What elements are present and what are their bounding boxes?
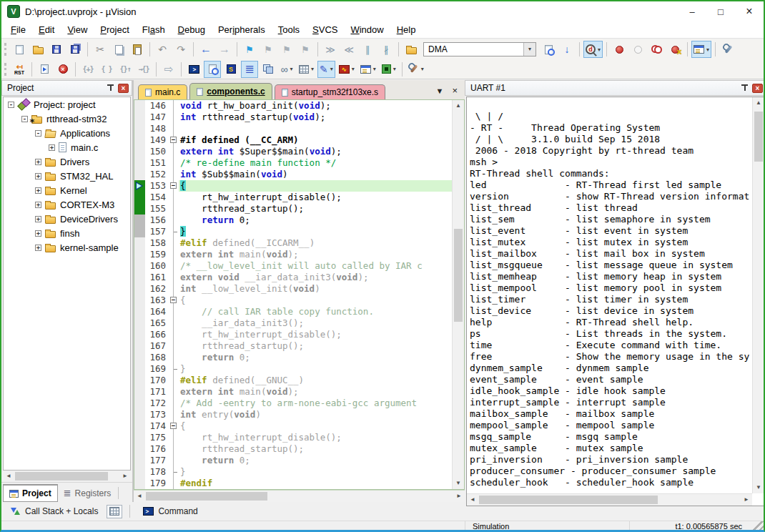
expand-icon[interactable]: + xyxy=(35,245,41,251)
uncomment-button[interactable]: ∦ xyxy=(377,41,395,58)
save-button[interactable] xyxy=(48,41,65,58)
tab-list-dropdown-icon[interactable]: ▼ xyxy=(436,87,444,95)
collapse-icon[interactable]: - xyxy=(21,116,28,122)
tree-item-main-c[interactable]: +main.c xyxy=(4,140,130,154)
reset-cpu-button[interactable]: RST xyxy=(11,61,28,78)
fold-collapse-icon[interactable]: − xyxy=(170,137,177,143)
stop-debug-button[interactable]: × xyxy=(54,61,71,78)
undo-button[interactable]: ↶ xyxy=(154,41,171,58)
project-close-icon[interactable]: × xyxy=(118,84,129,93)
symbol-window-button[interactable]: S xyxy=(222,61,240,78)
fold-collapse-icon[interactable]: − xyxy=(170,297,177,303)
expand-icon[interactable]: + xyxy=(35,230,41,237)
maximize-button[interactable]: □ xyxy=(706,1,735,21)
analysis-windows-button[interactable]: ∿▾ xyxy=(337,61,357,78)
editor-hscrollbar[interactable]: ◄ ► xyxy=(134,490,465,502)
comment-button[interactable]: ∥ xyxy=(359,41,376,58)
scroll-up-arrow[interactable]: ▲ xyxy=(753,97,764,109)
tree-item-drivers[interactable]: +Drivers xyxy=(4,154,130,169)
find-button[interactable] xyxy=(540,41,557,58)
uart-close-icon[interactable]: × xyxy=(752,84,763,93)
expand-icon[interactable]: + xyxy=(35,159,41,165)
menu-file[interactable]: File xyxy=(4,22,32,37)
scroll-right-arrow[interactable]: ► xyxy=(741,494,752,506)
paste-button[interactable] xyxy=(129,41,146,58)
window-layout-button[interactable]: ▾ xyxy=(691,41,711,58)
scroll-up-arrow[interactable]: ▲ xyxy=(453,100,464,112)
scroll-left-arrow[interactable]: ◄ xyxy=(467,494,478,506)
menu-view[interactable]: View xyxy=(61,22,94,37)
uart-hscrollbar[interactable]: ◄ ► xyxy=(467,493,752,506)
find-in-files-button[interactable] xyxy=(403,41,420,58)
scroll-thumb[interactable] xyxy=(479,496,658,504)
pin-icon[interactable] xyxy=(107,84,114,92)
run-to-cursor-button[interactable]: →{} xyxy=(135,61,152,78)
tab-call-stack-locals[interactable]: Call Stack + Locals xyxy=(4,504,104,518)
menu-tools[interactable]: Tools xyxy=(272,22,306,37)
highlight-search-button[interactable]: d▾ xyxy=(583,41,603,58)
system-viewer-button[interactable]: ▾ xyxy=(358,61,378,78)
step-out-button[interactable]: {}↑ xyxy=(117,61,134,78)
menu-edit[interactable]: Edit xyxy=(32,22,61,37)
menu-debug[interactable]: Debug xyxy=(172,22,212,37)
editor-tab-components-c[interactable]: components.c xyxy=(189,83,272,99)
disassembly-window-button[interactable] xyxy=(204,61,221,78)
uart-console[interactable]: \ | / - RT - Thread Operating System / |… xyxy=(466,97,765,506)
expand-icon[interactable]: + xyxy=(35,173,41,179)
project-hscrollbar[interactable]: ◄ ► xyxy=(3,471,131,482)
menu-window[interactable]: Window xyxy=(344,22,390,37)
scroll-thumb[interactable] xyxy=(146,492,267,501)
tab-project[interactable]: Project xyxy=(3,484,58,502)
window-layout-dropdown-icon[interactable]: ▾ xyxy=(706,46,709,53)
debug-tools-dropdown-icon[interactable]: ▾ xyxy=(421,66,424,72)
scroll-left-arrow[interactable]: ◄ xyxy=(3,471,14,482)
disable-breakpoint-button[interactable] xyxy=(629,41,646,58)
highlight-search-dropdown-icon[interactable]: ▾ xyxy=(598,46,601,53)
fold-collapse-icon[interactable]: − xyxy=(170,182,177,189)
debug-tools-button[interactable]: ▾ xyxy=(406,61,426,78)
menu-flash[interactable]: Flash xyxy=(136,22,172,37)
next-bookmark-button[interactable]: ⚑ xyxy=(278,41,295,58)
search-combobox[interactable]: DMA▾ xyxy=(423,42,536,56)
memory-window-dropdown-icon[interactable]: ▾ xyxy=(311,66,314,72)
enable-all-breakpoints-button[interactable] xyxy=(648,41,665,58)
scroll-right-arrow[interactable]: ► xyxy=(119,471,131,482)
expand-icon[interactable]: + xyxy=(35,187,41,194)
insert-bookmark-button[interactable]: ⚑ xyxy=(241,41,258,58)
scroll-right-arrow[interactable]: ► xyxy=(453,491,465,502)
memory-dock-button[interactable] xyxy=(107,505,122,518)
memory-window-button[interactable]: ▾ xyxy=(297,61,316,78)
code-editor[interactable]: 146void rt_hw_board_init(void);147int rt… xyxy=(134,99,465,490)
scroll-thumb[interactable] xyxy=(454,229,463,322)
tree-item-cortex-m3[interactable]: +CORTEX-M3 xyxy=(4,197,130,212)
serial-windows-button[interactable]: ✎▾ xyxy=(317,61,335,78)
scroll-left-arrow[interactable]: ◄ xyxy=(134,491,145,502)
redo-button[interactable]: ↷ xyxy=(172,41,189,58)
tree-item-project-project[interactable]: -Project: project xyxy=(4,97,130,112)
editor-tab-main-c[interactable]: main.c xyxy=(138,84,187,99)
tree-item-finsh[interactable]: +finsh xyxy=(4,226,130,240)
open-file-button[interactable] xyxy=(29,41,46,58)
new-file-button[interactable] xyxy=(11,41,28,58)
serial-window-button[interactable]: ≣ xyxy=(241,61,258,78)
command-window-button[interactable]: > xyxy=(185,61,202,78)
tab-command[interactable]: > Command xyxy=(137,504,203,518)
scroll-down-arrow[interactable]: ▼ xyxy=(753,482,764,493)
uart-vscrollbar[interactable]: ▲ ▼ xyxy=(752,97,764,493)
project-tree[interactable]: -Project: project-rtthread-stm32-Applica… xyxy=(3,97,131,471)
system-viewer-dropdown-icon[interactable]: ▾ xyxy=(373,66,376,72)
menu-peripherals[interactable]: Peripherals xyxy=(212,22,272,37)
watch-window-button[interactable]: ∞▾ xyxy=(278,61,295,78)
tree-item-applications[interactable]: -Applications xyxy=(4,126,130,140)
expand-icon[interactable]: + xyxy=(35,216,41,222)
run-to-line-button[interactable]: ↓ xyxy=(558,41,576,58)
tab-registers[interactable]: ≣ Registers xyxy=(58,484,117,502)
menu-svcs[interactable]: SVCS xyxy=(306,22,344,37)
cut-button[interactable]: ✂ xyxy=(92,41,109,58)
save-all-button[interactable] xyxy=(66,41,84,58)
menu-project[interactable]: Project xyxy=(94,22,135,37)
close-file-icon[interactable]: × xyxy=(452,85,458,96)
go-button[interactable]: ⇨ xyxy=(160,61,177,78)
navigate-back-button[interactable]: ← xyxy=(197,41,214,58)
tree-item-kernel[interactable]: +Kernel xyxy=(4,183,130,197)
